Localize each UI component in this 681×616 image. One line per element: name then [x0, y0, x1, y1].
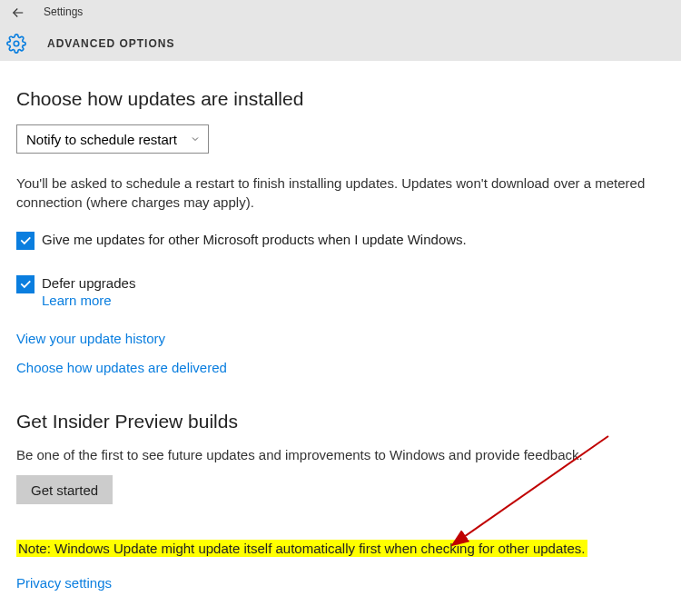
view-history-link[interactable]: View your update history	[16, 331, 165, 346]
learn-more-link[interactable]: Learn more	[42, 293, 112, 308]
checkbox-row-defer: Defer upgrades Learn more	[16, 275, 665, 309]
privacy-settings-link[interactable]: Privacy settings	[16, 575, 112, 591]
back-arrow-icon	[10, 5, 26, 21]
checkbox-label: Give me updates for other Microsoft prod…	[42, 232, 467, 247]
check-icon	[19, 234, 32, 247]
updates-description: You'll be asked to schedule a restart to…	[16, 174, 665, 212]
get-started-button[interactable]: Get started	[16, 475, 113, 504]
checkbox-row-other-products: Give me updates for other Microsoft prod…	[16, 232, 665, 250]
back-button[interactable]	[0, 0, 36, 25]
insider-heading: Get Insider Preview builds	[16, 411, 665, 432]
header-bar: Settings ADVANCED OPTIONS	[0, 0, 681, 61]
gear-icon	[5, 33, 27, 55]
check-icon	[19, 278, 32, 291]
svg-point-0	[14, 41, 19, 46]
content-area: Choose how updates are installed Notify …	[0, 61, 681, 591]
checkbox-label: Defer upgrades	[42, 275, 135, 291]
checkbox-defer-upgrades[interactable]	[16, 275, 35, 293]
page-title: ADVANCED OPTIONS	[47, 37, 174, 50]
install-mode-dropdown[interactable]: Notify to schedule restart	[16, 124, 209, 154]
chevron-down-icon	[190, 134, 201, 144]
checkbox-other-products[interactable]	[16, 232, 35, 250]
updates-heading: Choose how updates are installed	[16, 88, 665, 110]
app-title: Settings	[44, 5, 83, 18]
delivery-link[interactable]: Choose how updates are delivered	[16, 360, 227, 375]
insider-description: Be one of the first to see future update…	[16, 447, 665, 462]
update-note: Note: Windows Update might update itself…	[16, 540, 587, 557]
dropdown-value: Notify to schedule restart	[26, 132, 177, 147]
